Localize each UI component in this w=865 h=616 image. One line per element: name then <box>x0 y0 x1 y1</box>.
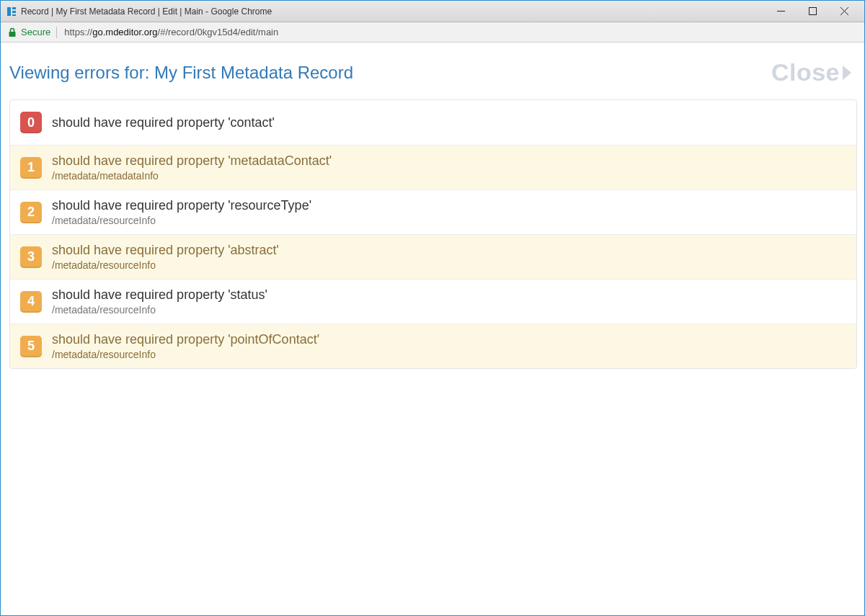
svg-rect-8 <box>9 32 16 37</box>
window-minimize-button[interactable] <box>765 1 797 22</box>
caret-right-icon <box>843 66 851 80</box>
url-path: /#/record/0kgv15d4/edit/main <box>158 27 279 37</box>
error-path: /metadata/metadataInfo <box>52 170 332 182</box>
app-icon <box>6 6 17 17</box>
error-text: should have required property 'metadataC… <box>52 153 332 182</box>
error-message: should have required property 'metadataC… <box>52 153 332 169</box>
error-item[interactable]: 2should have required property 'resource… <box>10 189 856 234</box>
window-title: Record | My First Metadata Record | Edit… <box>21 6 272 17</box>
url-prefix: https:// <box>64 27 92 37</box>
error-message: should have required property 'resourceT… <box>52 198 311 213</box>
error-message: should have required property 'pointOfCo… <box>52 332 319 347</box>
error-index-badge: 3 <box>20 246 42 268</box>
window-maximize-button[interactable] <box>797 1 828 22</box>
error-index-badge: 4 <box>20 291 42 313</box>
close-panel-button[interactable]: Close <box>771 58 851 86</box>
error-text: should have required property 'contact' <box>52 115 275 130</box>
error-path: /metadata/resourceInfo <box>52 304 267 316</box>
url-text[interactable]: https://go.mdeditor.org/#/record/0kgv15d… <box>64 27 278 37</box>
error-text: should have required property 'pointOfCo… <box>52 332 319 360</box>
error-item[interactable]: 0should have required property 'contact' <box>10 100 856 145</box>
error-item[interactable]: 5should have required property 'pointOfC… <box>10 323 856 368</box>
page-title-record-name: My First Metadata Record <box>154 63 353 82</box>
error-path: /metadata/resourceInfo <box>52 259 279 271</box>
page-title: Viewing errors for: My First Metadata Re… <box>9 63 353 83</box>
window-close-button[interactable] <box>828 1 860 22</box>
error-index-badge: 0 <box>20 112 42 133</box>
error-index-badge: 5 <box>20 336 42 357</box>
svg-rect-5 <box>809 8 816 15</box>
error-item[interactable]: 3should have required property 'abstract… <box>10 234 856 279</box>
error-message: should have required property 'contact' <box>52 115 275 130</box>
svg-rect-1 <box>12 7 16 9</box>
url-host: go.mdeditor.org <box>92 27 157 37</box>
error-text: should have required property 'resourceT… <box>52 198 311 226</box>
error-path: /metadata/resourceInfo <box>52 215 311 226</box>
header-row: Viewing errors for: My First Metadata Re… <box>8 55 859 99</box>
lock-icon <box>8 27 17 37</box>
error-message: should have required property 'status' <box>52 287 267 303</box>
error-index-badge: 1 <box>20 157 42 179</box>
error-message: should have required property 'abstract' <box>52 243 279 258</box>
svg-rect-2 <box>12 11 16 13</box>
svg-rect-3 <box>12 14 16 16</box>
error-index-badge: 2 <box>20 202 42 223</box>
error-list: 0should have required property 'contact'… <box>9 99 857 369</box>
close-label: Close <box>771 58 840 86</box>
error-item[interactable]: 4should have required property 'status'/… <box>10 279 856 323</box>
page-content: Viewing errors for: My First Metadata Re… <box>1 43 864 376</box>
window-titlebar: Record | My First Metadata Record | Edit… <box>1 1 864 22</box>
addressbar-divider <box>56 27 57 38</box>
browser-addressbar: Secure https://go.mdeditor.org/#/record/… <box>1 22 864 43</box>
error-item[interactable]: 1should have required property 'metadata… <box>10 145 856 189</box>
secure-label: Secure <box>21 27 50 37</box>
error-text: should have required property 'abstract'… <box>52 243 279 271</box>
error-text: should have required property 'status'/m… <box>52 287 267 316</box>
error-path: /metadata/resourceInfo <box>52 349 319 360</box>
svg-rect-0 <box>7 7 11 16</box>
page-title-prefix: Viewing errors for: <box>9 63 154 82</box>
